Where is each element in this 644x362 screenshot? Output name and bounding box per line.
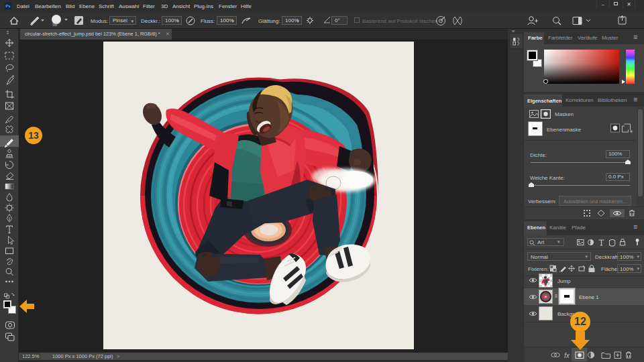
svg-text:fx: fx [564, 352, 570, 359]
